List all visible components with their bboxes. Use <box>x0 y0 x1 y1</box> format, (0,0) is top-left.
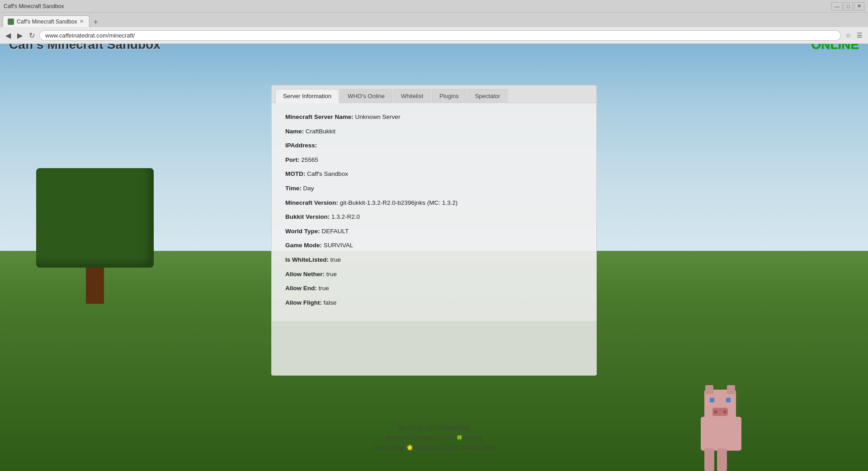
info-label: World Type: <box>285 228 322 235</box>
svg-rect-10 <box>717 448 727 471</box>
info-row: Minecraft Version: git-Bukkit-1.3.2-R2.0… <box>285 198 583 208</box>
info-row: Minecraft Server Name: Unknown Server <box>285 112 583 122</box>
panel-lower <box>272 321 596 375</box>
bookmark-icon[interactable]: ☆ <box>844 31 853 40</box>
svg-rect-9 <box>704 448 714 471</box>
info-row: World Type: DEFAULT <box>285 226 583 236</box>
menu-icon[interactable]: ☰ <box>855 31 864 40</box>
info-label: IPAddress: <box>285 142 317 149</box>
info-row: Allow Flight: false <box>285 298 583 308</box>
info-value: Day <box>303 185 314 192</box>
tab-server-information[interactable]: Server Information <box>275 89 339 103</box>
tab-favicon <box>8 19 14 25</box>
info-label: Is WhiteListed: <box>285 256 330 263</box>
info-label: Minecraft Server Name: <box>285 113 355 120</box>
info-value: true <box>330 256 341 263</box>
info-value: 1.3.2-R2.0 <box>331 213 360 220</box>
info-value: Unknown Server <box>355 113 401 120</box>
browser-chrome: Caff's Minecraft Sandbox — □ ✕ Caff's Mi… <box>0 0 868 44</box>
titlebar: Caff's Minecraft Sandbox — □ ✕ <box>0 0 868 13</box>
info-row: Game Mode: SURVIVAL <box>285 240 583 250</box>
info-row: Allow End: true <box>285 283 583 293</box>
info-value: true <box>319 285 329 292</box>
info-value: CraftBukkit <box>306 128 335 135</box>
pig-svg <box>692 381 750 471</box>
info-row: Allow Nether: true <box>285 269 583 279</box>
svg-rect-11 <box>710 398 714 402</box>
info-row: Bukkit Version: 1.3.2-R2.0 <box>285 212 583 222</box>
tab-plugins[interactable]: Plugins <box>432 89 467 103</box>
window-title: Caff's Minecraft Sandbox <box>4 3 64 9</box>
info-value: DEFAULT <box>322 228 349 235</box>
info-label: Allow End: <box>285 285 319 292</box>
svg-point-6 <box>723 410 726 414</box>
svg-rect-12 <box>726 398 731 402</box>
browser-actions: ☆ ☰ <box>844 31 864 40</box>
info-label: Bukkit Version: <box>285 213 331 220</box>
forward-button[interactable]: ▶ <box>15 30 24 41</box>
info-label: Allow Nether: <box>285 271 326 278</box>
info-label: Time: <box>285 185 303 192</box>
info-label: Allow Flight: <box>285 299 324 306</box>
panel-content: Minecraft Server Name: Unknown ServerNam… <box>272 103 596 321</box>
svg-rect-0 <box>701 417 741 451</box>
titlebar-controls: — □ ✕ <box>831 2 864 10</box>
svg-rect-8 <box>727 385 735 394</box>
info-row: MOTD: Caff's Sandbox <box>285 169 583 179</box>
info-label: Port: <box>285 156 301 163</box>
tab-bar: Caff's Minecraft Sandbox ✕ + <box>0 13 868 27</box>
browser-tab[interactable]: Caff's Minecraft Sandbox ✕ <box>3 15 90 27</box>
info-label: MOTD: <box>285 170 307 177</box>
info-label: Name: <box>285 128 306 135</box>
info-value: false <box>324 299 337 306</box>
tab-spectator[interactable]: Spectator <box>467 89 508 103</box>
info-row: Time: Day <box>285 184 583 193</box>
info-value: git-Bukkit-1.3.2-R2.0-b2396jnks (MC: 1.3… <box>340 199 458 206</box>
info-value: Caff's Sandbox <box>307 170 348 177</box>
tabs-container: Server Information WHO's Online Whitelis… <box>272 85 596 103</box>
address-bar-row: ◀ ▶ ↻ ☆ ☰ <box>0 27 868 43</box>
svg-rect-7 <box>705 385 713 394</box>
minimize-button[interactable]: — <box>831 2 843 10</box>
info-label: Minecraft Version: <box>285 199 340 206</box>
back-button[interactable]: ◀ <box>4 30 13 41</box>
tab-whos-online[interactable]: WHO's Online <box>340 89 392 103</box>
info-row: Port: 25565 <box>285 155 583 165</box>
tab-title: Caff's Minecraft Sandbox <box>17 19 77 25</box>
maximize-button[interactable]: □ <box>844 2 853 10</box>
tab-whitelist[interactable]: Whitelist <box>393 89 431 103</box>
info-value: 25565 <box>301 156 318 163</box>
info-label: Game Mode: <box>285 242 324 249</box>
close-button[interactable]: ✕ <box>854 2 864 10</box>
pig-character <box>692 381 750 471</box>
refresh-button[interactable]: ↻ <box>27 30 37 41</box>
svg-point-5 <box>714 410 717 414</box>
info-value: true <box>326 271 337 278</box>
info-row: IPAddress: <box>285 141 583 151</box>
address-bar[interactable] <box>39 30 841 41</box>
info-value: SURVIVAL <box>324 242 354 249</box>
info-row: Is WhiteListed: true <box>285 255 583 265</box>
page-content: Caff's Minecraft Sandbox ONLINE Server I… <box>0 31 868 471</box>
new-tab-button[interactable]: + <box>90 17 102 27</box>
main-panel: Server Information WHO's Online Whitelis… <box>271 85 597 376</box>
tab-close-icon[interactable]: ✕ <box>80 19 84 24</box>
info-row: Name: CraftBukkit <box>285 127 583 137</box>
